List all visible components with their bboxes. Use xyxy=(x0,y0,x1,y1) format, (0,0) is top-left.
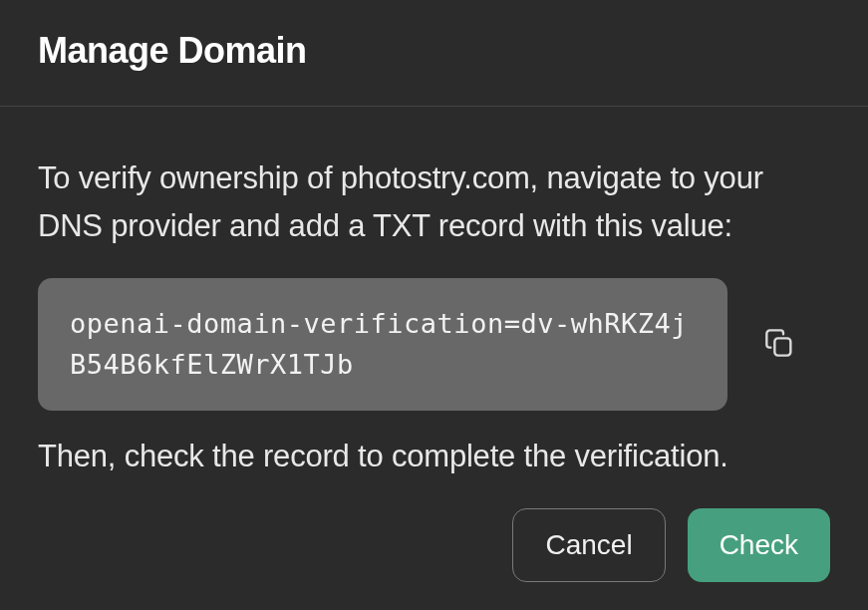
instruction-text: To verify ownership of photostry.com, na… xyxy=(38,154,830,250)
dialog-actions: Cancel Check xyxy=(38,508,830,582)
copy-icon xyxy=(763,327,795,362)
dialog-content: To verify ownership of photostry.com, na… xyxy=(0,107,868,610)
svg-rect-0 xyxy=(774,338,790,355)
dialog-header: Manage Domain xyxy=(0,0,868,107)
txt-record-row: openai-domain-verification=dv-whRKZ4jB54… xyxy=(38,278,830,411)
check-button[interactable]: Check xyxy=(688,508,830,582)
copy-button[interactable] xyxy=(757,321,801,368)
cancel-button[interactable]: Cancel xyxy=(512,508,665,582)
txt-record-box: openai-domain-verification=dv-whRKZ4jB54… xyxy=(38,278,727,411)
dialog-title: Manage Domain xyxy=(38,30,830,72)
followup-text: Then, check the record to complete the v… xyxy=(38,439,830,474)
txt-record-value: openai-domain-verification=dv-whRKZ4jB54… xyxy=(70,304,696,385)
